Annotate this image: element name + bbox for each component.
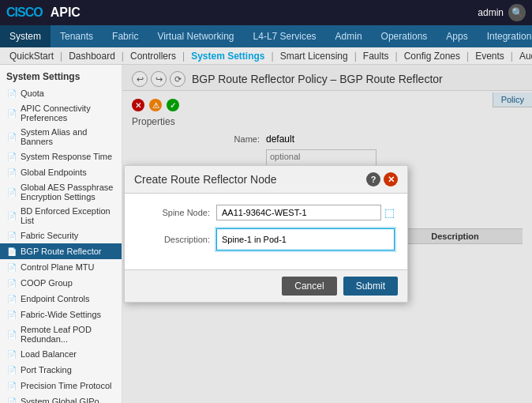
subnav-events[interactable]: Events [469,51,511,62]
sidebar-item-label: Precision Time Protocol [21,381,112,390]
aes-icon: 📄 [6,186,17,198]
nav-system[interactable]: System [0,25,51,47]
nav-virtual-networking[interactable]: Virtual Networking [148,25,243,47]
sidebar-item-system-gipo[interactable]: 📄 System Global GIPo [0,394,122,403]
precision-time-icon: 📄 [6,380,17,391]
bd-enforced-icon: 📄 [6,210,17,221]
sidebar-item-label: Global AES Passphrase Encryption Setting… [21,183,115,202]
cancel-button[interactable]: Cancel [282,277,336,296]
sidebar-item-coop-group[interactable]: 📄 COOP Group [0,275,122,291]
subnav-faults[interactable]: Faults [357,51,395,62]
fabric-security-icon: 📄 [6,230,17,241]
apic-connectivity-icon: 📄 [6,107,17,119]
sidebar-title: System Settings [0,65,122,85]
sidebar-item-aes[interactable]: 📄 Global AES Passphrase Encryption Setti… [0,180,122,204]
modal-description-label: Description: [137,235,216,244]
sidebar-item-global-endpoints[interactable]: 📄 Global Endpoints [0,164,122,180]
sidebar-item-label: Load Balancer [21,349,77,359]
sidebar-item-label: System Global GIPo [21,397,99,403]
sidebar-item-label: Control Plane MTU [21,262,95,272]
spine-node-row: Spine Node: AA11-9364C-WEST-1 ⬚ [137,205,395,220]
search-icon[interactable]: 🔍 [508,4,526,21]
subnav-controllers[interactable]: Controllers [124,51,182,62]
sidebar: System Settings 📄 Quota 📄 APIC Connectiv… [0,65,122,403]
sidebar-item-apic-connectivity[interactable]: 📄 APIC Connectivity Preferences [0,101,122,125]
remote-leaf-icon: 📄 [6,329,17,340]
subnav-dashboard[interactable]: Dashboard [62,51,122,62]
sidebar-item-remote-leaf[interactable]: 📄 Remote Leaf POD Redundan... [0,322,122,346]
sidebar-item-load-balancer[interactable]: 📄 Load Balancer [0,346,122,362]
spine-node-select[interactable]: AA11-9364C-WEST-1 [216,205,381,220]
sidebar-item-label: System Response Time [21,152,112,161]
top-bar: CISCO APIC admin 🔍 [0,0,532,25]
port-tracking-icon: 📄 [6,364,17,375]
sidebar-item-port-tracking[interactable]: 📄 Port Tracking [0,362,122,378]
modal-title: Create Route Reflector Node [134,173,277,186]
sidebar-item-control-plane-mtu[interactable]: 📄 Control Plane MTU [0,259,122,275]
close-icon[interactable]: ✕ [384,172,398,186]
subnav-system-settings[interactable]: System Settings [185,51,271,62]
admin-label: admin [478,7,504,18]
subnav-config-zones[interactable]: Config Zones [398,51,466,62]
layout: System Settings 📄 Quota 📄 APIC Connectiv… [0,65,532,403]
nav-admin[interactable]: Admin [326,25,372,47]
global-endpoints-icon: 📄 [6,167,17,178]
response-time-icon: 📄 [6,151,17,162]
subnav-quickstart[interactable]: QuickStart [3,51,60,62]
system-gipo-icon: 📄 [6,396,17,403]
sidebar-item-label: COOP Group [21,278,73,288]
nav-l4l7[interactable]: L4-L7 Services [244,25,326,47]
nav-integrations[interactable]: Integrations [478,25,532,47]
sidebar-item-fabric-security[interactable]: 📄 Fabric Security [0,228,122,243]
fabric-wide-icon: 📄 [6,309,17,320]
sidebar-item-label: BGP Route Reflector [21,247,102,256]
modal-description-row: Description: [137,228,395,250]
sidebar-item-fabric-wide[interactable]: 📄 Fabric-Wide Settings [0,307,122,322]
sidebar-item-quota[interactable]: 📄 Quota [0,85,122,101]
sidebar-item-label: Quota [21,89,44,98]
sidebar-item-label: Endpoint Controls [21,294,89,303]
quota-icon: 📄 [6,88,17,99]
control-plane-mtu-icon: 📄 [6,262,17,273]
modal-header-icons: ? ✕ [366,172,398,186]
help-icon[interactable]: ? [366,172,380,186]
sidebar-item-label: Fabric-Wide Settings [21,310,101,319]
nav-operations[interactable]: Operations [372,25,437,47]
main-nav: System Tenants Fabric Virtual Networking… [0,25,532,47]
sidebar-item-bd-enforced[interactable]: 📄 BD Enforced Exception List [0,204,122,228]
alias-icon: 📄 [6,131,17,142]
subnav-smart-licensing[interactable]: Smart Licensing [274,51,354,62]
main-content: ↩ ↪ ⟳ BGP Route Reflector Policy – BGP R… [122,65,532,403]
cisco-logo: CISCO [6,6,43,20]
sidebar-item-label: APIC Connectivity Preferences [21,104,115,122]
sidebar-item-alias[interactable]: 📄 System Alias and Banners [0,125,122,149]
modal-description-input[interactable] [216,228,395,250]
sidebar-item-label: Global Endpoints [21,168,87,177]
spine-node-select-wrap: AA11-9364C-WEST-1 ⬚ [216,205,395,220]
sidebar-item-label: Fabric Security [21,231,78,240]
sidebar-item-label: Port Tracking [21,365,72,375]
sidebar-item-label: Remote Leaf POD Redundan... [21,325,115,344]
nav-apps[interactable]: Apps [436,25,477,47]
endpoint-controls-icon: 📄 [6,293,17,304]
modal-footer: Cancel Submit [125,269,407,302]
bgp-icon: 📄 [6,246,17,257]
submit-button[interactable]: Submit [343,277,398,296]
sidebar-item-bgp[interactable]: 📄 BGP Route Reflector [0,243,122,259]
modal-body: Spine Node: AA11-9364C-WEST-1 ⬚ Descript… [125,194,407,269]
nav-fabric[interactable]: Fabric [103,25,148,47]
top-bar-right: admin 🔍 [478,4,526,21]
spine-node-label: Spine Node: [137,208,216,217]
sidebar-item-endpoint-controls[interactable]: 📄 Endpoint Controls [0,291,122,307]
sub-nav: QuickStart | Dashboard | Controllers | S… [0,47,532,65]
sidebar-item-label: BD Enforced Exception List [21,206,115,225]
load-balancer-icon: 📄 [6,348,17,360]
subnav-audit-log[interactable]: Audit Log [513,51,532,62]
create-modal: Create Route Reflector Node ? ✕ Spine No… [124,165,408,303]
nav-tenants[interactable]: Tenants [51,25,103,47]
copy-icon[interactable]: ⬚ [384,206,395,219]
modal-header: Create Route Reflector Node ? ✕ [125,166,407,194]
sidebar-item-label: System Alias and Banners [21,127,115,146]
sidebar-item-response-time[interactable]: 📄 System Response Time [0,149,122,164]
sidebar-item-precision-time[interactable]: 📄 Precision Time Protocol [0,378,122,394]
